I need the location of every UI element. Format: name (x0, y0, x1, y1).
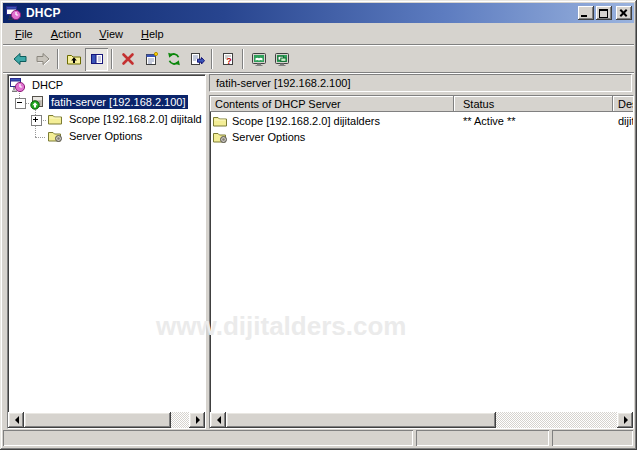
right-triangle-icon (196, 416, 204, 424)
title-bar[interactable]: DHCP (3, 3, 634, 23)
forward-arrow-icon (35, 51, 51, 67)
menu-view[interactable]: View (90, 26, 132, 43)
console-window-button[interactable] (270, 48, 293, 71)
column-header-contents[interactable]: Contents of DHCP Server (210, 96, 454, 112)
folder-icon (212, 113, 228, 129)
up-folder-icon (66, 51, 82, 67)
window-title: DHCP (26, 6, 576, 20)
forward-button[interactable] (31, 48, 54, 71)
export-list-button[interactable] (185, 48, 208, 71)
row-name: Server Options (232, 131, 305, 143)
close-button[interactable] (616, 6, 632, 20)
tree-item-server-options[interactable]: Server Options (47, 128, 144, 144)
menu-help[interactable]: Help (132, 26, 173, 43)
scrollbar-thumb[interactable] (24, 412, 171, 428)
help-button[interactable]: ? (216, 48, 239, 71)
column-header-row: Contents of DHCP Server Status Des (210, 96, 634, 112)
delete-button[interactable] (116, 48, 139, 71)
minimize-button[interactable] (578, 6, 594, 20)
scrollbar-thumb[interactable] (226, 412, 496, 428)
status-bar-pane (416, 430, 549, 446)
folder-options-icon (212, 129, 228, 145)
menu-bar: File Action View Help (3, 24, 634, 45)
properties-button[interactable] (139, 48, 162, 71)
expand-expander[interactable] (31, 115, 42, 126)
tree-label-server: fatih-server [192.168.2.100] (49, 95, 188, 109)
toolbar-separator (111, 49, 113, 69)
properties-icon (143, 51, 159, 67)
folder-icon (47, 111, 63, 127)
delete-x-icon (120, 51, 136, 67)
tree-item-scope[interactable]: Scope [192.168.2.0] dijitald (47, 111, 204, 127)
toolbar-separator (242, 49, 244, 69)
dhcp-console-icon (10, 77, 26, 93)
monitor-book-icon (251, 51, 267, 67)
tree-label-server-options: Server Options (67, 129, 144, 143)
column-header-status[interactable]: Status (454, 96, 613, 112)
console-tree-pane: DHCP fatih-server [192.168.2.100] (7, 74, 206, 429)
toolbar-separator (57, 49, 59, 69)
collapse-expander[interactable] (15, 98, 26, 109)
up-one-level-button[interactable] (62, 48, 85, 71)
console-tree-icon (89, 51, 105, 67)
svg-text:?: ? (226, 56, 232, 66)
console-statistics-button[interactable] (247, 48, 270, 71)
scroll-right-button[interactable] (189, 412, 205, 428)
list-horizontal-scrollbar[interactable] (210, 412, 633, 428)
dhcp-app-icon (6, 5, 22, 21)
right-triangle-icon (624, 416, 632, 424)
row-name: Scope [192.168.2.0] dijitalders (232, 115, 380, 127)
status-bar-pane (552, 430, 633, 446)
left-triangle-icon (213, 416, 221, 424)
dhcp-server-icon (29, 94, 45, 110)
tree-connector (35, 137, 45, 139)
list-row-server-options[interactable]: Server Options (210, 129, 634, 145)
row-description (613, 129, 634, 145)
row-status: ** Active ** (454, 113, 613, 129)
toolbar: ? (3, 46, 634, 73)
folder-options-icon (47, 128, 63, 144)
scroll-left-button[interactable] (8, 412, 24, 428)
menu-file[interactable]: File (6, 26, 42, 43)
tree-label-dhcp: DHCP (30, 78, 65, 92)
tree-label-scope: Scope [192.168.2.0] dijitald (67, 112, 204, 126)
back-button[interactable] (8, 48, 31, 71)
result-list-pane: Contents of DHCP Server Status Des Scope… (209, 95, 634, 429)
export-list-icon (189, 51, 205, 67)
description-bar: fatih-server [192.168.2.100] (209, 74, 632, 92)
monitor-window-icon (274, 51, 290, 67)
window-frame: DHCP File Action View Help (0, 0, 637, 450)
back-arrow-icon (12, 51, 28, 67)
scroll-right-button[interactable] (617, 412, 633, 428)
toolbar-separator (211, 49, 213, 69)
list-row-scope[interactable]: Scope [192.168.2.0] dijitalders ** Activ… (210, 113, 634, 129)
menu-action[interactable]: Action (42, 26, 91, 43)
tree-item-dhcp-root[interactable]: DHCP (10, 77, 65, 93)
tree-item-server[interactable]: fatih-server [192.168.2.100] (29, 94, 188, 110)
help-icon: ? (220, 51, 236, 67)
tree-horizontal-scrollbar[interactable] (8, 412, 205, 428)
refresh-icon (166, 51, 182, 67)
refresh-button[interactable] (162, 48, 185, 71)
row-description: dijit (613, 113, 634, 129)
scroll-left-button[interactable] (210, 412, 226, 428)
show-hide-console-tree-button[interactable] (85, 48, 108, 71)
column-header-description[interactable]: Des (613, 96, 634, 112)
status-bar-pane (3, 430, 413, 446)
maximize-button[interactable] (596, 6, 612, 20)
row-status (454, 129, 613, 145)
left-triangle-icon (11, 416, 19, 424)
